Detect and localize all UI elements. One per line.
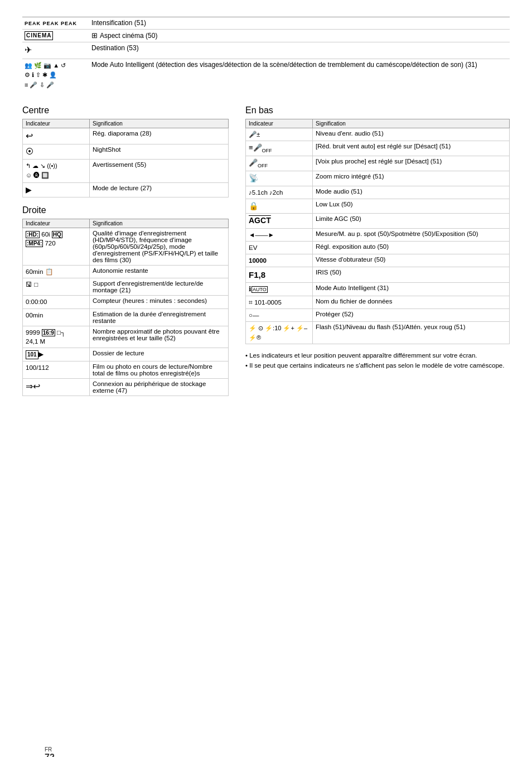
en-bas-section-title: En bas (245, 105, 510, 115)
col-header-indicateur: Indicateur (246, 119, 313, 128)
table-row: 🎤± Niveau d'enr. audio (51) (246, 128, 510, 141)
signification-cell: Nom du fichier de données (313, 296, 510, 308)
indicator-cell: CINEMA (22, 30, 89, 42)
signification-cell: Rég. diaporama (28) (90, 128, 229, 144)
signification-cell: Nombre approximatif de photos pouvant êt… (90, 326, 229, 348)
table-row: ↰ ☁ ↘ ((•)) ☺ 🅐 🔲 Avertissement (55) (23, 159, 229, 182)
ev-icon: EV (249, 244, 257, 251)
table-row: AGCT Limite AGC (50) (246, 214, 510, 229)
signification-cell: Limite AGC (50) (313, 214, 510, 229)
exposure-icon: ◄——► (249, 232, 274, 238)
table-row: PEAK PEAK PEAK Intensification (51) (22, 17, 510, 30)
signification-cell: Estimation de la durée d'enregistrement … (90, 308, 229, 326)
table-row: CINEMA ⊞Aspect cinéma (50) (22, 30, 510, 42)
signification-cell: Mesure/M. au p. spot (50)/Spotmètre (50)… (313, 228, 510, 241)
hd-quality-icon: :HD: 60i HQ :MP4: 720 (26, 231, 62, 247)
duration-icon: 00min (26, 312, 43, 319)
table-row: EV Régl. exposition auto (50) (246, 242, 510, 254)
signification-cell: ⊞Aspect cinéma (50) (89, 30, 510, 42)
indicator-cell: ◄——► (246, 228, 313, 241)
signification-cell: Low Lux (50) (313, 199, 510, 214)
note-1: • Les indicateurs et leur position peuve… (245, 352, 510, 359)
warning-icons: ↰ ☁ ↘ ((•)) ☺ 🅐 🔲 (26, 162, 57, 179)
aspect-icon: ⊞ (91, 31, 98, 40)
indicator-cell: EV (246, 242, 313, 254)
signification-cell: Qualité d'image d'enregistrement (HD/MP4… (90, 228, 229, 266)
indicator-cell: 🎤OFF (246, 156, 313, 171)
signification-cell: Avertissement (55) (90, 159, 229, 182)
table-row: ♪5.1ch ♪2ch Mode audio (51) (246, 186, 510, 199)
storage-icon: 🖫 □ (26, 281, 38, 288)
folder-icon: 101▶ (26, 351, 43, 358)
centre-section-title: Centre (22, 105, 229, 115)
signification-cell: Connexion au périphérique de stockage ex… (90, 378, 229, 396)
iris-icon: F1,8 (249, 270, 265, 279)
flash-icon: ⚡ ⊙ ⚡:10 ⚡+ ⚡– ⚡® (249, 325, 307, 340)
table-row: 🎤OFF [Voix plus proche] est réglé sur [D… (246, 156, 510, 171)
indicator-cell: 🖫 □ (23, 278, 90, 296)
cinema-icon: CINEMA (25, 31, 53, 40)
low-lux-icon: 🔒 (249, 201, 258, 210)
table-row: ▶ Mode de lecture (27) (23, 182, 229, 197)
signification-cell: Vitesse d'obturateur (50) (313, 254, 510, 267)
table-row: 📡 Zoom micro intégré (51) (246, 171, 510, 186)
auto-intelligent-icons: 👥 🌿 📷 ▲ ↺ ⚙ ℹ ⇧ ✱ 👤 ≡ 🎤 ⇩ 🎤 (25, 62, 66, 88)
indicator-cell: 📡 (246, 171, 313, 186)
table-row: ✈ Destination (53) (22, 42, 510, 59)
signification-cell: Mode Auto Intelligent (détection des vis… (89, 59, 510, 91)
table-row: 9999 16:9 □┐24,1 M Nombre approximatif d… (23, 326, 229, 348)
indicator-cell: ✈ (22, 42, 89, 59)
indicator-cell: ○— (246, 309, 313, 322)
signification-cell: Autonomie restante (90, 266, 229, 278)
droite-table: Indicateur Signification :HD: 60i HQ :MP… (22, 219, 229, 396)
indicator-cell: PEAK PEAK PEAK (22, 17, 89, 30)
signification-cell: Niveau d'enr. audio (51) (313, 128, 510, 141)
table-row: 👥 🌿 📷 ▲ ↺ ⚙ ℹ ⇧ ✱ 👤 ≡ 🎤 ⇩ 🎤 Mode Auto In… (22, 59, 510, 91)
signification-cell: Support d'enregistrement/de lecture/de m… (90, 278, 229, 296)
signification-cell: [Voix plus proche] est réglé sur [Désact… (313, 156, 510, 171)
signification-cell: Mode de lecture (27) (90, 182, 229, 197)
table-row: F1,8 IRIS (50) (246, 267, 510, 283)
page-footer: FR 72 (45, 746, 55, 757)
photo-count-icon: 9999 16:9 □┐24,1 M (26, 329, 65, 345)
col-header-signification: Signification (90, 219, 229, 228)
iauto-icon: ℹAUTO (249, 285, 268, 293)
table-row: ⦿ NightShot (23, 144, 229, 159)
table-row: ≡🎤OFF [Réd. bruit vent auto] est réglé s… (246, 141, 510, 156)
indicator-cell: AGCT (246, 214, 313, 229)
top-indicators-table: PEAK PEAK PEAK Intensification (51) CINE… (22, 17, 510, 92)
table-row: ⚡ ⊙ ⚡:10 ⚡+ ⚡– ⚡® Flash (51)/Niveau du f… (246, 322, 510, 344)
droite-section-title: Droite (22, 205, 229, 215)
main-layout: Centre Indicateur Signification ↩ Rég. d… (22, 101, 510, 404)
signification-cell: Dossier de lecture (90, 348, 229, 361)
indicator-cell: ↩ (23, 128, 90, 144)
protect-icon: ○— (249, 312, 259, 319)
usb-icon: ⇒↩ (26, 382, 40, 391)
destination-icon: ✈ (25, 45, 32, 55)
table-row: ℹAUTO Mode Auto Intelligent (31) (246, 283, 510, 296)
indicator-cell: ⦿ (23, 144, 90, 159)
nightshot-icon: ⦿ (26, 147, 33, 156)
signification-cell: Régl. exposition auto (50) (313, 242, 510, 254)
wind-noise-icon: ≡🎤OFF (249, 143, 272, 152)
signification-cell: IRIS (50) (313, 267, 510, 283)
indicator-cell: ▶ (23, 182, 90, 197)
table-row: 🔒 Low Lux (50) (246, 199, 510, 214)
signification-cell: Protéger (52) (313, 309, 510, 322)
file-number-icon: 100/112 (26, 364, 49, 371)
indicator-cell: 60min 📋 (23, 266, 90, 278)
col-header-signification: Signification (313, 119, 510, 128)
page-number: 72 (45, 753, 55, 757)
battery-icon: 60min 📋 (26, 268, 53, 275)
table-row: ○— Protéger (52) (246, 309, 510, 322)
indicator-cell: ⇒↩ (23, 378, 90, 396)
col-header-indicateur: Indicateur (23, 219, 90, 228)
play-icon: ▶ (26, 185, 32, 194)
indicator-cell: F1,8 (246, 267, 313, 283)
signification-cell: [Réd. bruit vent auto] est réglé sur [Dé… (313, 141, 510, 156)
note-2: • Il se peut que certains indicateurs ne… (245, 362, 510, 369)
peak-icon: PEAK PEAK PEAK (25, 21, 77, 26)
signification-cell: Destination (53) (89, 42, 510, 59)
signification-cell: Intensification (51) (89, 17, 510, 30)
audio-mode-icon: ♪5.1ch ♪2ch (249, 189, 283, 196)
